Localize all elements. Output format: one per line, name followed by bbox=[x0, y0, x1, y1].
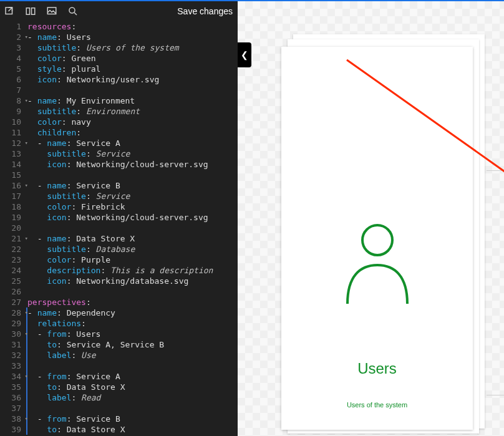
code-line[interactable]: 16 - name: Service B bbox=[0, 180, 238, 191]
code-line[interactable]: 13 subtitle: Service bbox=[0, 148, 238, 159]
line-content: - name: Dependency bbox=[26, 308, 238, 318]
line-number: 36 bbox=[0, 392, 27, 403]
line-number: 16 bbox=[0, 180, 27, 191]
code-line[interactable]: 24 description: This is a description bbox=[0, 265, 238, 276]
code-line[interactable]: 15 bbox=[0, 170, 238, 180]
line-content: subtitle: Environment bbox=[27, 106, 238, 117]
code-line[interactable]: 21 - name: Data Store X bbox=[0, 233, 238, 244]
line-number: 20 bbox=[0, 223, 27, 233]
editor-toolbar: Save changes bbox=[0, 1, 238, 21]
save-button[interactable]: Save changes bbox=[176, 4, 234, 19]
line-number: 39 bbox=[0, 424, 27, 435]
line-content: icon: Networking/database.svg bbox=[27, 276, 238, 286]
code-line[interactable]: 6 icon: Networking/user.svg bbox=[0, 74, 238, 85]
code-line[interactable]: 9 subtitle: Environment bbox=[0, 106, 238, 117]
line-number: 34 bbox=[0, 371, 27, 382]
code-line[interactable]: 2- name: Users bbox=[0, 32, 238, 42]
code-line[interactable]: 12 - name: Service A bbox=[0, 138, 238, 148]
code-line[interactable]: 14 icon: Networking/cloud-server.svg bbox=[0, 159, 238, 170]
code-line[interactable]: 30 - from: Users bbox=[0, 329, 238, 339]
line-number: 6 bbox=[0, 74, 27, 85]
code-line[interactable]: 37 bbox=[0, 403, 238, 414]
line-content: children: bbox=[27, 127, 238, 138]
code-line[interactable]: 7 bbox=[0, 85, 238, 95]
code-line[interactable]: 32 label: Use bbox=[0, 350, 238, 361]
code-line[interactable]: 3 subtitle: Users of the system bbox=[0, 42, 238, 53]
code-line[interactable]: 18 color: Firebrick bbox=[0, 201, 238, 212]
code-line[interactable]: 11 children: bbox=[0, 127, 238, 138]
code-line[interactable]: 20 bbox=[0, 223, 238, 233]
code-line[interactable]: 4 color: Green bbox=[0, 53, 238, 64]
code-editor[interactable]: 1resources:2- name: Users3 subtitle: Use… bbox=[0, 21, 238, 436]
connector-line bbox=[487, 395, 504, 395]
line-number: 32 bbox=[0, 350, 27, 361]
line-number: 38 bbox=[0, 414, 27, 424]
line-content: color: Firebrick bbox=[27, 201, 238, 212]
code-line[interactable]: 10 color: navy bbox=[0, 117, 238, 127]
line-number: 11 bbox=[0, 127, 27, 138]
line-number: 15 bbox=[0, 170, 27, 180]
line-number: 23 bbox=[0, 254, 27, 265]
code-line[interactable]: 26 bbox=[0, 286, 238, 297]
line-content: resources: bbox=[27, 21, 238, 32]
line-number: 2 bbox=[0, 32, 27, 42]
image-icon[interactable] bbox=[46, 6, 57, 17]
line-content bbox=[26, 403, 238, 414]
chevron-left-icon: ❮ bbox=[241, 50, 248, 60]
code-line[interactable]: 31 to: Service A, Service B bbox=[0, 339, 238, 350]
line-number: 10 bbox=[0, 117, 27, 127]
line-number: 27 bbox=[0, 297, 27, 308]
line-content bbox=[27, 286, 238, 297]
line-content: to: Service A, Service B bbox=[26, 339, 238, 350]
line-content: - name: My Environment bbox=[27, 95, 238, 106]
line-content: to: Data Store X bbox=[26, 424, 238, 435]
code-line[interactable]: 17 subtitle: Service bbox=[0, 191, 238, 201]
line-number: 33 bbox=[0, 361, 27, 371]
code-line[interactable]: 39 to: Data Store X bbox=[0, 424, 238, 435]
code-line[interactable]: 29 relations: bbox=[0, 318, 238, 329]
resource-card[interactable]: Users Users of the system bbox=[281, 47, 473, 430]
line-content: perspectives: bbox=[27, 297, 238, 308]
line-number: 24 bbox=[0, 265, 27, 276]
code-line[interactable]: 27perspectives: bbox=[0, 297, 238, 308]
code-line[interactable]: 23 color: Purple bbox=[0, 254, 238, 265]
line-number: 30 bbox=[0, 329, 27, 339]
code-line[interactable]: 38 - from: Service B bbox=[0, 414, 238, 424]
connector-line bbox=[487, 170, 504, 171]
line-content: subtitle: Service bbox=[27, 148, 238, 159]
line-number: 4 bbox=[0, 53, 27, 64]
book-icon[interactable] bbox=[25, 6, 36, 17]
open-external-icon[interactable] bbox=[4, 6, 15, 17]
line-number: 7 bbox=[0, 85, 27, 95]
line-content bbox=[26, 361, 238, 371]
line-number: 21 bbox=[0, 233, 27, 244]
line-number: 9 bbox=[0, 106, 27, 117]
code-line[interactable]: 22 subtitle: Database bbox=[0, 244, 238, 254]
line-content: to: Data Store X bbox=[26, 382, 238, 392]
svg-point-3 bbox=[362, 225, 392, 255]
code-line[interactable]: 5 style: plural bbox=[0, 64, 238, 74]
collapse-editor-button[interactable]: ❮ bbox=[238, 42, 251, 67]
search-icon[interactable] bbox=[67, 6, 79, 17]
line-content: icon: Networking/cloud-server.svg bbox=[27, 159, 238, 170]
line-content bbox=[27, 223, 238, 233]
code-line[interactable]: 33 bbox=[0, 361, 238, 371]
line-content: style: plural bbox=[27, 64, 238, 74]
line-content: color: Green bbox=[27, 53, 238, 64]
code-line[interactable]: 19 icon: Networking/cloud-server.svg bbox=[0, 212, 238, 223]
line-number: 28 bbox=[0, 308, 27, 318]
code-line[interactable]: 35 to: Data Store X bbox=[0, 382, 238, 392]
line-number: 8 bbox=[0, 95, 27, 106]
code-line[interactable]: 8- name: My Environment bbox=[0, 95, 238, 106]
line-content: description: This is a description bbox=[27, 265, 238, 276]
code-line[interactable]: 36 label: Read bbox=[0, 392, 238, 403]
line-number: 29 bbox=[0, 318, 27, 329]
line-content: icon: Networking/user.svg bbox=[27, 74, 238, 85]
code-line[interactable]: 1resources: bbox=[0, 21, 238, 32]
code-line[interactable]: 34 - from: Service A bbox=[0, 371, 238, 382]
line-number: 3 bbox=[0, 42, 27, 53]
line-number: 17 bbox=[0, 191, 27, 201]
code-line[interactable]: 25 icon: Networking/database.svg bbox=[0, 276, 238, 286]
line-content: subtitle: Service bbox=[27, 191, 238, 201]
code-line[interactable]: 28- name: Dependency bbox=[0, 308, 238, 318]
